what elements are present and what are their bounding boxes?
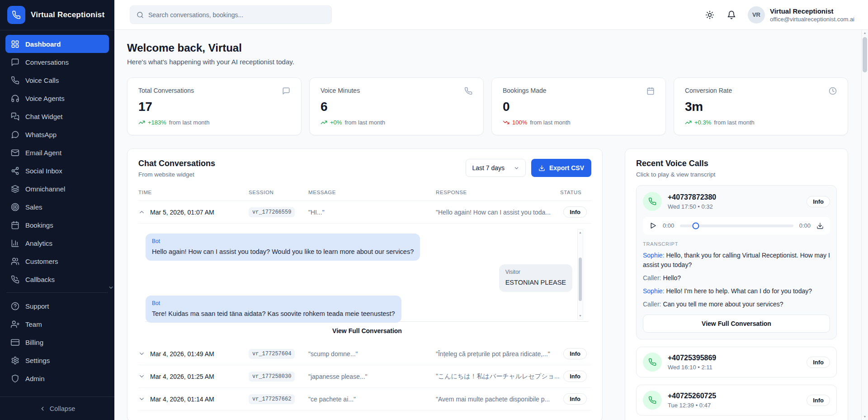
date-range-value: Last 7 days: [472, 164, 505, 172]
sidebar-item-dashboard[interactable]: Dashboard: [5, 35, 109, 53]
stat-trend-value: +0.3%: [694, 119, 711, 126]
col-status: STATUS: [560, 190, 591, 195]
theme-toggle-sun-icon[interactable]: [704, 10, 715, 20]
voice-call-card[interactable]: +40725260725 Tue 12:39 • 0:47 Info: [636, 385, 837, 415]
profile-menu[interactable]: VR Virtual Receptionist office@virtualre…: [748, 6, 854, 24]
sidebar-item-label: Voice Agents: [25, 95, 65, 102]
scrollbar-thumb[interactable]: [863, 37, 867, 72]
sidebar-item-admin[interactable]: Admin: [5, 369, 109, 387]
row-time: Mar 5, 2026, 01:07 AM: [150, 209, 214, 216]
scrollbar-down-arrow-icon[interactable]: ▼: [862, 414, 868, 420]
sidebar-item-conversations[interactable]: Conversations: [5, 53, 109, 71]
user-plus-icon: [11, 320, 19, 329]
session-badge: vr_177266559: [249, 207, 295, 217]
sidebar-item-team[interactable]: Team: [5, 315, 109, 333]
voice-call-card[interactable]: +40725395869 Wed 16:10 • 2:11 Info: [636, 347, 837, 377]
sidebar-scroll-chevron-down-icon[interactable]: [108, 285, 114, 291]
phone-call-icon: [643, 391, 662, 410]
table-row[interactable]: Mar 4, 2026, 01:25 AM vr_177258030 "japa…: [138, 365, 591, 388]
stat-label: Voice Minutes: [321, 87, 360, 94]
conversation-scrollbar[interactable]: ▲ ▼: [577, 229, 583, 320]
headphones-icon: [11, 94, 19, 103]
stat-trend-value: +183%: [148, 119, 166, 126]
export-csv-button[interactable]: Export CSV: [531, 159, 591, 177]
dashboard-icon: [11, 40, 19, 48]
sidebar-item-label: Chat Widget: [25, 113, 63, 120]
shield-icon: [11, 374, 19, 383]
app-logo-phone-icon: [7, 6, 25, 24]
conversation-scroll-area[interactable]: Bot Hello again! How can I assist you to…: [146, 225, 589, 321]
call-number: +40737872380: [668, 193, 716, 201]
sidebar-item-sales[interactable]: Sales: [5, 198, 109, 216]
row-time: Mar 4, 2026, 01:49 AM: [150, 350, 214, 358]
sidebar-item-support[interactable]: Support: [5, 297, 109, 315]
sidebar-item-customers[interactable]: Customers: [5, 252, 109, 270]
date-range-select[interactable]: Last 7 days: [466, 159, 526, 177]
info-badge[interactable]: Info: [807, 196, 830, 207]
col-time: TIME: [138, 190, 249, 195]
row-response: "Înțeleg că prețurile pot părea ridicate…: [436, 350, 560, 358]
info-badge[interactable]: Info: [563, 371, 587, 382]
sidebar-item-whatsapp[interactable]: WhatsApp: [5, 125, 109, 143]
sidebar-item-label: Callbacks: [25, 276, 55, 283]
notifications-bell-icon[interactable]: [726, 10, 737, 20]
search-input[interactable]: [148, 11, 325, 19]
sidebar-item-chat-widget[interactable]: Chat Widget: [5, 107, 109, 125]
info-badge[interactable]: Info: [563, 206, 587, 218]
sidebar-item-voice-agents[interactable]: Voice Agents: [5, 89, 109, 107]
sidebar-item-email-agent[interactable]: Email Agent: [5, 143, 109, 162]
sidebar-item-billing[interactable]: Billing: [5, 333, 109, 351]
row-time: Mar 4, 2026, 01:14 AM: [150, 396, 214, 403]
sidebar-item-social-inbox[interactable]: Social Inbox: [5, 162, 109, 180]
info-badge[interactable]: Info: [807, 357, 830, 368]
table-row[interactable]: Mar 5, 2026, 01:07 AM vr_177266559 "HI..…: [138, 201, 591, 224]
search-box[interactable]: [130, 5, 332, 24]
chevron-up-icon[interactable]: [138, 209, 145, 215]
conversations-table: TIME SESSION MESSAGE RESPONSE STATUS Mar…: [138, 186, 591, 410]
info-badge[interactable]: Info: [563, 393, 587, 405]
speaker-text: Hello, thank you for calling Virtual Rec…: [643, 252, 830, 268]
sidebar-item-label: Omnichannel: [25, 185, 65, 193]
chevron-down-icon[interactable]: [138, 350, 145, 357]
table-row[interactable]: Mar 4, 2026, 01:49 AM vr_177257604 "scum…: [138, 343, 591, 365]
bubble-sender: Bot: [152, 300, 395, 306]
scrollbar-thumb[interactable]: [579, 258, 582, 301]
scrollbar-down-arrow-icon[interactable]: ▼: [578, 313, 583, 319]
stat-card-bookings-made: Bookings Made 0 100% from last month: [491, 77, 666, 135]
download-recording-icon[interactable]: [816, 222, 824, 229]
sidebar-item-settings[interactable]: Settings: [5, 351, 109, 369]
sidebar-item-bookings[interactable]: Bookings: [5, 216, 109, 234]
sidebar-item-omnichannel[interactable]: Omnichannel: [5, 180, 109, 198]
collapse-button[interactable]: Collapse: [0, 396, 114, 420]
chevron-down-icon[interactable]: [138, 396, 145, 402]
col-session: SESSION: [249, 190, 308, 195]
page-scrollbar[interactable]: ▲ ▼: [861, 30, 868, 420]
speaker-text: Can you tell me more about your services…: [663, 301, 783, 308]
sidebar-item-label: Conversations: [25, 58, 69, 66]
info-badge[interactable]: Info: [563, 348, 587, 359]
sidebar-item-voice-calls[interactable]: Voice Calls: [5, 71, 109, 89]
view-full-conversation-button[interactable]: View Full Conversation: [643, 315, 830, 333]
voice-panel-title: Recent Voice Calls: [636, 159, 837, 168]
sidebar-item-callbacks[interactable]: Callbacks: [5, 270, 109, 288]
chevron-down-icon[interactable]: [138, 373, 145, 380]
seek-slider[interactable]: [680, 224, 793, 227]
scrollbar-up-arrow-icon[interactable]: ▲: [578, 230, 583, 235]
scrollbar-up-arrow-icon[interactable]: ▲: [862, 30, 868, 36]
info-badge[interactable]: Info: [807, 395, 830, 406]
table-row[interactable]: Mar 4, 2026, 01:14 AM vr_177257662 "ce p…: [138, 388, 591, 410]
recent-voice-calls-panel: Recent Voice Calls Click to play & view …: [625, 148, 848, 420]
stat-label: Conversion Rate: [685, 87, 732, 94]
view-full-conversation-link[interactable]: View Full Conversation: [146, 321, 589, 338]
chevron-down-icon: [514, 165, 519, 171]
voice-call-card[interactable]: +40737872380 Wed 17:50 • 0:32 Info 0:00 …: [636, 185, 837, 339]
speaker-name: Caller:: [643, 274, 661, 282]
play-button[interactable]: [649, 222, 657, 229]
seek-knob[interactable]: [693, 222, 699, 229]
bubble-text: Hello again! How can I assist you today?…: [152, 247, 414, 256]
target-icon: [11, 203, 19, 211]
sidebar-item-label: Voice Calls: [25, 76, 59, 84]
sidebar-item-analytics[interactable]: Analytics: [5, 234, 109, 252]
stat-trend-value: +0%: [330, 119, 342, 126]
stat-trend-value: 100%: [512, 119, 527, 126]
